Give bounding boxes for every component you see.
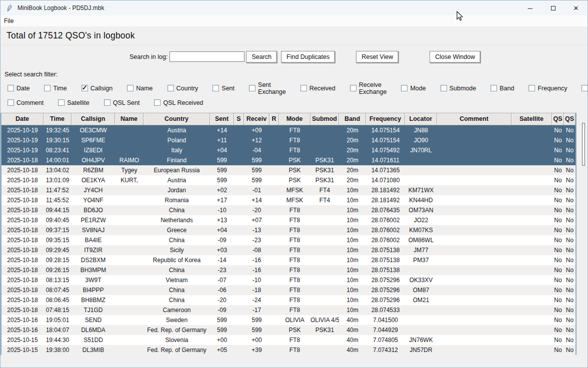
search-button[interactable]: Search: [246, 51, 277, 63]
table-row[interactable]: 2025-10-1919:30:15SP6FMEPoland+11+12FT82…: [2, 135, 576, 145]
titlebar[interactable]: MiniBook Logbook - PD5DJ.mbk ─ ✕: [0, 0, 588, 15]
column-header-0[interactable]: Date: [2, 113, 44, 125]
table-cell: [115, 295, 144, 305]
minimize-button[interactable]: ─: [518, 0, 542, 15]
menu-file[interactable]: File: [0, 16, 17, 25]
table-cell: [437, 345, 512, 355]
table-row[interactable]: 2025-10-1808:13:153W9TVietnam-07-10FT810…: [2, 275, 576, 285]
table-cell: [512, 235, 552, 245]
table-cell: [234, 235, 244, 245]
column-header-12[interactable]: Frequency: [366, 113, 405, 125]
table-row[interactable]: 2025-10-1811:47:52JY4CHJordan+02-01MFSKF…: [2, 185, 576, 195]
table-row[interactable]: 2025-10-1809:29:45IT9ZIRSicily+03-08FT81…: [2, 245, 576, 255]
filter-locator[interactable]: Locator: [582, 85, 588, 92]
table-cell: FT8: [279, 225, 310, 235]
filter-frequency[interactable]: Frequency: [528, 85, 567, 92]
table-cell: BH3MPM: [72, 265, 115, 275]
table-row[interactable]: 2025-10-1809:37:15SV8NAJGreece+04-13FT81…: [2, 225, 576, 235]
column-header-16[interactable]: QS: [552, 113, 564, 125]
vertical-scrollbar[interactable]: [582, 120, 586, 355]
table-cell: [437, 255, 512, 265]
table-row[interactable]: 2025-10-1814:00:01OH4JPVRAIMOFinland5995…: [2, 155, 576, 165]
table-row[interactable]: 2025-10-1808:06:45BH8BMZChina-20-24FT810…: [2, 295, 576, 305]
table-cell: -17: [244, 305, 270, 315]
table-cell: 10m: [339, 235, 366, 245]
column-header-10[interactable]: Submod: [310, 113, 339, 125]
table-row[interactable]: 2025-10-1813:04:02R6ZBMTygeyEuropean Rus…: [2, 165, 576, 175]
table-row[interactable]: 2025-10-1618:04:07DL6MDAFed. Rep. of Ger…: [2, 325, 576, 335]
table-cell: 28.075138: [366, 245, 405, 255]
scrollbar-thumb[interactable]: [582, 123, 585, 166]
column-header-2[interactable]: Callsign: [72, 113, 115, 125]
table-row[interactable]: 2025-10-1811:45:52YO4NFRomania+17+14MFSK…: [2, 195, 576, 205]
table-row[interactable]: 2025-10-1619:05:01SENDSweden599599OLIVIA…: [2, 315, 576, 325]
column-header-6[interactable]: S: [234, 113, 244, 125]
column-header-4[interactable]: Country: [144, 113, 210, 125]
table-row[interactable]: 2025-10-1813:01:09OE1KYAKURT,Austria5995…: [2, 175, 576, 185]
table-row[interactable]: 2025-10-1809:44:15BD6JOChina-10-20FT810m…: [2, 205, 576, 215]
search-input[interactable]: [170, 51, 244, 62]
table-row[interactable]: 2025-10-1809:26:15BH3MPMChina-23-16FT810…: [2, 265, 576, 275]
filter-receive-exchange[interactable]: Receive Exchange: [350, 81, 387, 95]
table-cell: No: [552, 305, 564, 315]
table-row[interactable]: 2025-10-1807:48:15TJ1GDCameroon-09-17FT8…: [2, 305, 576, 315]
table-cell: No: [564, 335, 576, 345]
table-row[interactable]: 2025-10-1809:28:15DS2BXMRepublic of Kore…: [2, 255, 576, 265]
column-header-5[interactable]: Sent: [210, 113, 234, 125]
filter-name[interactable]: Name: [127, 85, 152, 92]
reset-view-button[interactable]: Reset View: [356, 51, 398, 63]
table-cell: [234, 345, 244, 355]
table-row[interactable]: 2025-10-1919:32:45OE3CMWAustria+14+09FT8…: [2, 125, 576, 135]
table-cell: 2025-10-18: [2, 255, 44, 265]
table-cell: -13: [244, 225, 270, 235]
close-window-button[interactable]: Close Window: [430, 51, 480, 63]
table-row[interactable]: 2025-10-1519:44:30S51DDSlovenia+00+00FT8…: [2, 335, 576, 345]
close-icon: ✕: [574, 4, 579, 12]
filter-mode[interactable]: Mode: [401, 85, 426, 92]
table-cell: [310, 135, 339, 145]
table-row[interactable]: 2025-10-1808:07:45BI4PPPChina-06-18FT810…: [2, 285, 576, 295]
column-header-17[interactable]: QS: [564, 113, 576, 125]
table-cell: PSK: [279, 165, 310, 175]
table-cell: [512, 345, 552, 355]
table-cell: 28.075296: [366, 285, 405, 295]
filter-callsign[interactable]: Callsign: [82, 85, 112, 92]
close-button[interactable]: ✕: [564, 0, 588, 15]
table-row[interactable]: 2025-10-1809:35:15BA4IEChina-09-23FT810m…: [2, 235, 576, 245]
filter-qsl-received[interactable]: QSL Received: [154, 99, 203, 106]
filter-qsl-sent[interactable]: QSL Sent: [104, 99, 140, 106]
table-cell: FT8: [279, 345, 310, 355]
column-header-1[interactable]: Time: [44, 113, 72, 125]
filter-date[interactable]: Date: [8, 85, 30, 92]
filter-comment[interactable]: Comment: [8, 99, 44, 106]
maximize-button[interactable]: [542, 0, 564, 15]
table-cell: FT8: [279, 275, 310, 285]
column-header-11[interactable]: Band: [339, 113, 366, 125]
column-header-15[interactable]: Satellite: [512, 113, 552, 125]
table-cell: 599: [210, 155, 234, 165]
find-duplicates-button[interactable]: Find Duplicates: [281, 51, 335, 63]
column-header-8[interactable]: R: [270, 113, 279, 125]
filter-satellite[interactable]: Satellite: [58, 99, 89, 106]
column-header-13[interactable]: Locator: [405, 113, 437, 125]
column-header-7[interactable]: Receiv: [244, 113, 270, 125]
filter-sent-exchange[interactable]: Sent Exchange: [249, 81, 286, 95]
column-header-14[interactable]: Comment: [437, 113, 512, 125]
table-row[interactable]: 2025-10-1809:40:45PE1RZWNetherlands+13+0…: [2, 215, 576, 225]
table-cell: BD6JO: [72, 205, 115, 215]
table-cell: [270, 335, 279, 345]
table-row[interactable]: 2025-10-1519:38:00DL3MIBFed. Rep. of Ger…: [2, 345, 576, 355]
filter-country[interactable]: Country: [168, 85, 198, 92]
table-cell: [115, 215, 144, 225]
filter-band[interactable]: Band: [490, 85, 514, 92]
filter-received[interactable]: Received: [300, 85, 336, 92]
table-cell: 2025-10-18: [2, 295, 44, 305]
filter-sent[interactable]: Sent: [212, 85, 234, 92]
table-cell: Cameroon: [144, 305, 210, 315]
table-row[interactable]: 2025-10-1908:23:41IZ8EDIItaly+04-04FT820…: [2, 145, 576, 155]
column-header-3[interactable]: Name: [115, 113, 144, 125]
column-header-9[interactable]: Mode: [279, 113, 310, 125]
filter-submode[interactable]: Submode: [440, 85, 476, 92]
table-cell: 14.075492: [366, 145, 405, 155]
filter-time[interactable]: Time: [44, 85, 66, 92]
